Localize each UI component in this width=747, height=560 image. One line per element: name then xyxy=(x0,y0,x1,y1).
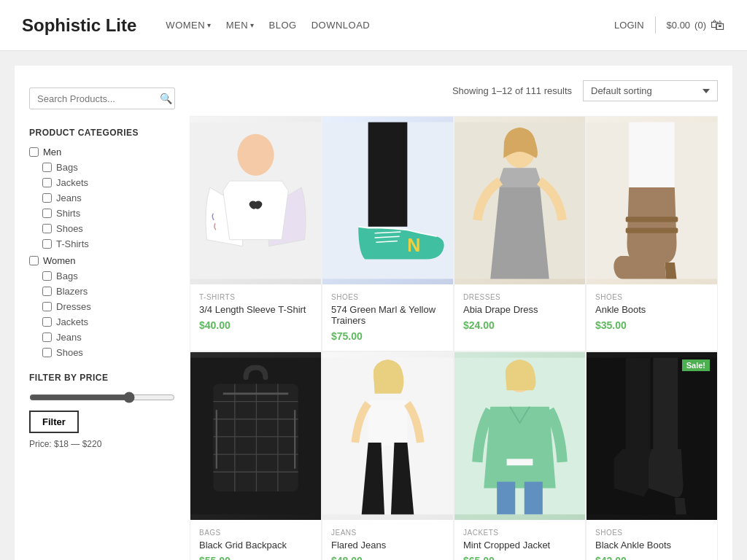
product-name: Abia Drape Dress xyxy=(463,304,576,315)
women-jeans-label[interactable]: Jeans xyxy=(56,332,82,343)
women-shoes-label[interactable]: Shoes xyxy=(56,347,83,358)
product-name: Mint Cropped Jacket xyxy=(463,540,576,551)
product-category: SHOES xyxy=(331,293,444,301)
men-tshirts-label[interactable]: T-Shirts xyxy=(56,238,89,249)
svg-rect-3 xyxy=(368,122,408,227)
women-blazers[interactable]: Blazers xyxy=(42,286,175,297)
women-shoes[interactable]: Shoes xyxy=(42,347,175,358)
filter-button[interactable]: Filter xyxy=(29,411,79,433)
product-image: N xyxy=(322,117,453,284)
men-jeans[interactable]: Jeans xyxy=(42,192,175,203)
product-price: $48.00 xyxy=(331,555,444,560)
product-name: Ankle Boots xyxy=(595,304,708,315)
content-header: Showing 1–12 of 111 results Default sort… xyxy=(190,80,718,101)
women-jackets-checkbox[interactable] xyxy=(42,317,52,327)
women-dresses-checkbox[interactable] xyxy=(42,302,52,311)
product-grid: T-SHIRTS 3/4 Length Sleeve T-Shirt $40.0… xyxy=(190,116,718,560)
product-card[interactable]: Sale! xyxy=(586,351,718,560)
svg-rect-29 xyxy=(368,400,408,446)
women-jackets[interactable]: Jackets xyxy=(42,316,175,327)
product-category: T-SHIRTS xyxy=(199,293,312,301)
product-image xyxy=(190,352,321,520)
women-bags[interactable]: Bags xyxy=(42,271,175,281)
women-shoes-checkbox[interactable] xyxy=(42,348,52,357)
login-link[interactable]: LOGIN xyxy=(614,20,643,31)
men-shirts[interactable]: Shirts xyxy=(42,208,175,219)
product-image xyxy=(454,352,585,520)
svg-rect-13 xyxy=(626,228,678,233)
site-logo[interactable]: Sophistic Lite xyxy=(22,15,136,36)
category-men-item[interactable]: Men xyxy=(29,147,175,158)
product-info: DRESSES Abia Drape Dress $24.00 xyxy=(454,284,585,340)
men-shoes-checkbox[interactable] xyxy=(42,224,52,233)
category-men-label[interactable]: Men xyxy=(43,147,61,158)
svg-point-1 xyxy=(237,134,274,176)
product-card[interactable]: DRESSES Abia Drape Dress $24.00 xyxy=(454,116,586,351)
chevron-down-icon: ▾ xyxy=(250,21,255,29)
price-filter: FILTER BY PRICE Filter Price: $18 — $220 xyxy=(29,373,175,449)
categories-title: PRODUCT CATEGORIES xyxy=(29,128,175,138)
nav-blog[interactable]: BLOG xyxy=(269,20,297,31)
men-shoes-label[interactable]: Shoes xyxy=(56,223,83,234)
men-jeans-checkbox[interactable] xyxy=(42,193,52,203)
search-input[interactable] xyxy=(37,93,160,104)
cart-amount: $0.00 xyxy=(667,20,691,31)
product-info: T-SHIRTS 3/4 Length Sleeve T-Shirt $40.0… xyxy=(190,284,321,340)
svg-rect-33 xyxy=(525,482,543,515)
men-shirts-checkbox[interactable] xyxy=(42,209,52,218)
women-dresses[interactable]: Dresses xyxy=(42,301,175,312)
category-women-checkbox[interactable] xyxy=(29,256,39,265)
product-card[interactable]: JACKETS Mint Cropped Jacket $65.00 xyxy=(454,351,586,560)
category-women-label[interactable]: Women xyxy=(43,255,76,266)
men-tshirts[interactable]: T-Shirts xyxy=(42,238,175,249)
nav-men[interactable]: MEN ▾ xyxy=(226,20,255,31)
product-image: Sale! xyxy=(587,352,717,520)
cart-count: (0) xyxy=(694,20,706,31)
women-jeans[interactable]: Jeans xyxy=(42,332,175,343)
category-men: Men Bags Jackets Jeans Shirts xyxy=(29,147,175,249)
jeans-illustration xyxy=(322,352,453,520)
product-card[interactable]: JEANS Flared Jeans $48.00 xyxy=(322,351,454,560)
category-women-item[interactable]: Women xyxy=(29,255,175,266)
women-dresses-label[interactable]: Dresses xyxy=(56,301,91,312)
price-range-slider[interactable] xyxy=(29,392,175,403)
category-men-checkbox[interactable] xyxy=(29,147,39,157)
product-card[interactable]: BAGS Black Grid Backpack $55.00 xyxy=(190,351,322,560)
women-blazers-checkbox[interactable] xyxy=(42,287,52,296)
product-name: Flared Jeans xyxy=(331,540,444,551)
product-category: BAGS xyxy=(199,529,312,537)
women-jackets-label[interactable]: Jackets xyxy=(56,316,88,327)
header: Sophistic Lite WOMEN ▾ MEN ▾ BLOG DOWNLO… xyxy=(0,0,747,51)
cart-button[interactable]: $0.00 (0) 🛍 xyxy=(655,17,725,34)
men-bags[interactable]: Bags xyxy=(42,162,175,173)
product-card[interactable]: SHOES Ankle Boots $35.00 xyxy=(586,116,718,351)
men-bags-checkbox[interactable] xyxy=(42,163,52,172)
men-shirts-label[interactable]: Shirts xyxy=(56,208,80,219)
main-nav: WOMEN ▾ MEN ▾ BLOG DOWNLOAD xyxy=(166,20,614,31)
nav-download[interactable]: DOWNLOAD xyxy=(311,20,371,31)
product-card[interactable]: N SHOES 574 Green Marl & Yellow Trainers… xyxy=(322,116,454,351)
nav-women[interactable]: WOMEN ▾ xyxy=(166,20,211,31)
men-jeans-label[interactable]: Jeans xyxy=(56,192,82,203)
sort-dropdown[interactable]: Default sorting Sort by popularity Sort … xyxy=(583,80,718,101)
product-image xyxy=(322,352,453,520)
women-bags-checkbox[interactable] xyxy=(42,271,52,281)
women-blazers-label[interactable]: Blazers xyxy=(56,286,88,297)
search-box[interactable]: 🔍 xyxy=(29,88,175,109)
men-jackets-checkbox[interactable] xyxy=(42,178,52,187)
men-jackets[interactable]: Jackets xyxy=(42,177,175,188)
product-category: SHOES xyxy=(595,529,708,537)
product-price: $42.00 xyxy=(595,555,708,560)
men-shoes[interactable]: Shoes xyxy=(42,223,175,234)
sidebar: 🔍 PRODUCT CATEGORIES Men Bags Jackets xyxy=(29,80,175,560)
product-price: $35.00 xyxy=(595,319,708,331)
svg-rect-32 xyxy=(497,482,515,515)
men-jackets-label[interactable]: Jackets xyxy=(56,177,88,188)
women-jeans-checkbox[interactable] xyxy=(42,332,52,342)
product-price: $55.00 xyxy=(199,555,312,560)
product-price: $24.00 xyxy=(463,319,576,331)
product-card[interactable]: T-SHIRTS 3/4 Length Sleeve T-Shirt $40.0… xyxy=(190,116,322,351)
men-tshirts-checkbox[interactable] xyxy=(42,239,52,249)
men-bags-label[interactable]: Bags xyxy=(56,162,78,173)
women-bags-label[interactable]: Bags xyxy=(56,271,78,281)
